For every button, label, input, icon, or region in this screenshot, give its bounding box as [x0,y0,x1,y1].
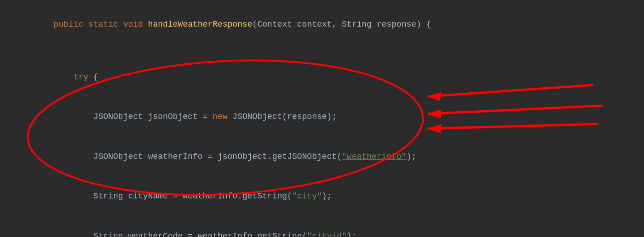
code-line-blank [14,44,630,57]
code-line-1: public static void handleWeatherResponse… [14,5,630,44]
code-line-4: JSONObject jsonObject = new JSONObject(r… [14,97,630,137]
code-line-3: try { [14,57,630,97]
code-block: public static void handleWeatherResponse… [0,0,644,237]
code-line-5: JSONObject weatherInfo = jsonObject.getJ… [14,137,630,176]
code-line-7: String weatherCode = weatherInfo.getStri… [14,216,630,237]
code-line-6: String cityName = weatherInfo.getString(… [14,176,630,216]
